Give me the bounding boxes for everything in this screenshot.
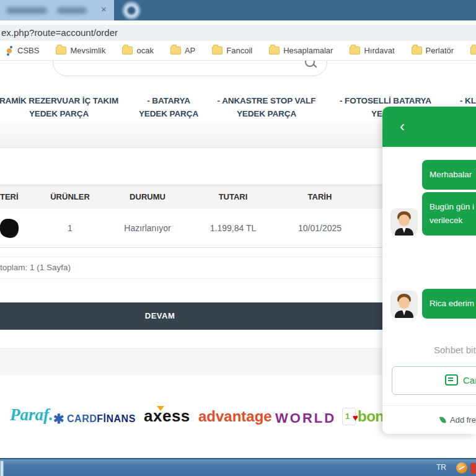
taskbar: TR <box>0 458 476 476</box>
browser-tab-strip: × <box>0 0 476 20</box>
chat-ended-text: Sohbet bit <box>434 345 476 355</box>
nav-item-kl[interactable]: - KL <box>460 94 476 107</box>
folder-icon <box>212 46 223 55</box>
bookmark-item-csbs[interactable]: CSBS <box>5 46 39 55</box>
folder-icon <box>470 46 476 55</box>
chat-message: Bugün gün i verilecek <box>422 192 476 236</box>
chat-footer: Add free <box>382 405 476 434</box>
bookmark-item-ocak[interactable]: ocak <box>122 46 153 55</box>
cardfinans-asterisk-icon: ✱ <box>53 412 64 426</box>
folder-icon <box>56 46 66 55</box>
folder-icon <box>269 46 280 55</box>
bookmark-item-hesaplamalar[interactable]: Hesaplamalar <box>269 46 333 55</box>
chat-back-icon[interactable]: ‹ <box>400 117 405 136</box>
bonus-heart-icon: ♥ <box>353 412 358 423</box>
tawk-leaf-icon <box>439 416 446 424</box>
new-chat-button[interactable]: Can <box>392 366 476 395</box>
chat-message: Rica ederim <box>422 289 476 319</box>
row-date: 10/01/2025 <box>283 209 357 247</box>
extension-icon[interactable] <box>122 1 141 20</box>
col-tarih: TARİH <box>283 186 357 208</box>
url-text: ex.php?route=account/order <box>1 25 118 41</box>
browser-tab[interactable]: × <box>0 0 114 20</box>
chat-branding-link[interactable]: Add free <box>439 415 476 425</box>
cardfinans-logo: ✱ CARDFİNANS <box>53 412 136 426</box>
bookmark-item-kuyu[interactable]: Kuyu <box>470 46 476 55</box>
col-urunler: ÜRÜNLER <box>33 186 107 208</box>
folder-icon <box>122 46 133 55</box>
agent-avatar <box>390 291 418 318</box>
col-musteri: TERİ <box>0 186 37 208</box>
bookmark-item-perlator[interactable]: Perlatör <box>412 46 454 55</box>
row-status: Hazırlanıyor <box>110 209 185 247</box>
bookmark-item-ap[interactable]: AP <box>170 46 195 55</box>
pagination-text: toplam: 1 (1 Sayfa) <box>0 263 71 272</box>
agent-avatar <box>390 208 418 236</box>
axess-logo: axess <box>144 407 190 426</box>
nav-item-seramik-rezervuar[interactable]: RAMİK REZERVUAR İÇ TAKIM YEDEK PARÇA <box>0 94 121 120</box>
bonus-card-icon: 1 ♥ <box>342 408 356 425</box>
row-total: 1.199,84 TL <box>196 209 270 247</box>
chat-header: ‹ <box>382 107 476 147</box>
bookmark-item-mevsimlik[interactable]: Mevsimlik <box>56 46 105 55</box>
axess-crown-icon <box>157 406 164 411</box>
paraf-logo: Paraf. <box>10 405 53 425</box>
bookmark-item-fancoil[interactable]: Fancoil <box>212 46 252 55</box>
address-bar[interactable]: ex.php?route=account/order <box>0 25 476 41</box>
tab-title-blurred <box>57 7 87 14</box>
chat-message: Merhabalar <box>422 160 476 190</box>
world-logo: WORLD <box>275 410 336 426</box>
nav-item-ankastre-stop-valf[interactable]: - ANKASTRE STOP VALF YEDEK PARÇA <box>205 94 328 120</box>
language-indicator[interactable]: TR <box>436 459 446 476</box>
screen: × ex.php?route=account/order CSBS Mevsim… <box>0 0 476 476</box>
continue-button-label: DEVAM <box>0 302 320 330</box>
col-durumu: DURUMU <box>110 186 185 208</box>
bookmark-item-hirdavat[interactable]: Hırdavat <box>350 46 394 55</box>
tab-close-icon[interactable]: × <box>101 4 107 14</box>
row-products: 1 <box>33 209 107 247</box>
advantage-logo: advantage <box>198 408 272 425</box>
folder-icon <box>412 46 422 55</box>
redacted-customer-name <box>0 218 19 239</box>
col-tutari: TUTARI <box>196 186 270 208</box>
folder-icon <box>350 46 360 55</box>
bookmarks-bar: CSBS Mevsimlik ocak AP Fancoil Hesaplama… <box>0 41 476 61</box>
chat-widget: ‹ Merhabalar Bugün gün i verilecek Rica … <box>382 107 476 434</box>
tray-red-icon[interactable] <box>470 463 476 474</box>
tab-title-blurred <box>6 7 47 14</box>
taskbar-edge <box>0 461 4 476</box>
chat-bubble-icon <box>445 374 458 386</box>
tray-orange-icon[interactable] <box>456 462 467 474</box>
csbs-favicon-icon <box>5 46 14 55</box>
folder-icon <box>170 46 181 55</box>
